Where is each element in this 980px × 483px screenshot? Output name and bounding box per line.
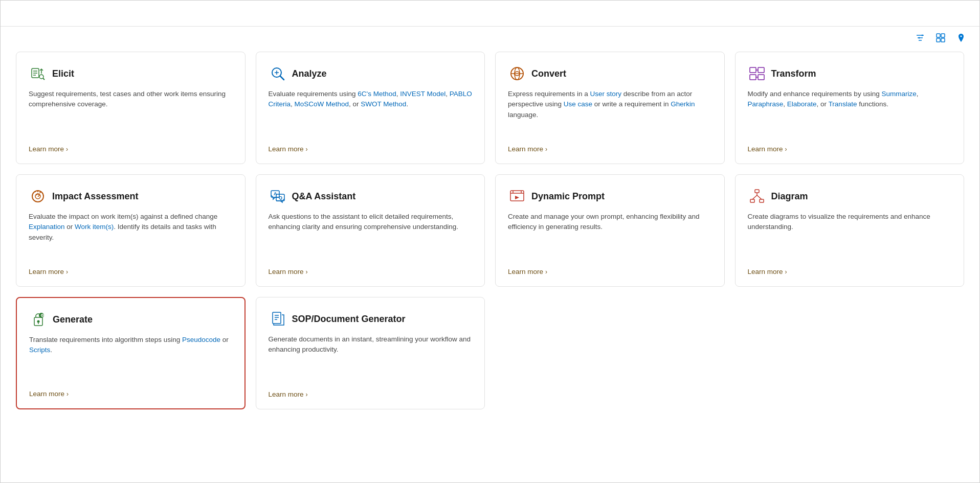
learn-more-button-diagram[interactable]: Learn more › (748, 268, 787, 275)
svg-rect-26 (758, 75, 764, 80)
card-icon-sop (269, 310, 287, 328)
card-sop[interactable]: SOP/Document Generator Generate document… (256, 297, 485, 409)
card-icon-convert (508, 64, 526, 83)
card-icon-dynamic (508, 187, 526, 205)
card-footer-impact: Learn more › (29, 267, 233, 276)
learn-more-arrow-qa: › (306, 268, 308, 275)
svg-rect-43 (750, 199, 754, 202)
card-convert[interactable]: Convert Express requirements in a User s… (495, 52, 725, 164)
svg-rect-5 (937, 34, 940, 37)
svg-point-13 (39, 75, 43, 79)
card-icon-qa: A Q (269, 187, 287, 205)
card-dynamic[interactable]: Dynamic Prompt Create and manage your ow… (495, 174, 725, 287)
card-body-sop: Generate documents in an instant, stream… (269, 334, 473, 380)
card-title-analyze: Analyze (292, 68, 327, 79)
svg-text:Q: Q (279, 195, 282, 200)
card-diagram[interactable]: Diagram Create diagrams to visualize the… (735, 174, 965, 287)
card-header-dynamic: Dynamic Prompt (508, 187, 712, 205)
card-icon-impact (29, 187, 47, 205)
svg-point-3 (922, 35, 923, 36)
card-title-elicit: Elicit (52, 68, 74, 79)
learn-more-arrow-impact: › (66, 268, 68, 275)
svg-line-46 (752, 195, 757, 199)
card-footer-elicit: Learn more › (29, 144, 233, 153)
card-generate[interactable]: ⚙ Generate Translate requirements into a… (16, 297, 246, 409)
svg-rect-23 (750, 67, 756, 73)
card-header-convert: Convert (508, 64, 712, 83)
svg-rect-53 (273, 312, 281, 324)
svg-rect-7 (937, 38, 940, 42)
card-header-generate: ⚙ Generate (29, 310, 232, 329)
svg-text:⚙: ⚙ (40, 313, 44, 318)
titlebar-controls (948, 6, 971, 22)
card-icon-transform (748, 64, 766, 83)
card-footer-transform: Learn more › (748, 144, 952, 153)
card-transform[interactable]: Transform Modify and enhance requirement… (735, 52, 965, 164)
learn-more-button-sop[interactable]: Learn more › (269, 390, 308, 398)
card-header-diagram: Diagram (748, 187, 952, 205)
svg-rect-24 (758, 67, 764, 73)
card-body-impact: Evaluate the impact on work item(s) agai… (29, 212, 233, 258)
card-icon-analyze (269, 64, 287, 83)
learn-more-button-dynamic[interactable]: Learn more › (508, 268, 547, 275)
learn-more-arrow-generate: › (66, 390, 69, 398)
card-icon-elicit (29, 64, 47, 83)
toolbar (1, 27, 979, 52)
card-title-transform: Transform (771, 68, 816, 79)
card-body-transform: Modify and enhance requirements by using… (748, 89, 952, 135)
learn-more-button-transform[interactable]: Learn more › (748, 145, 787, 153)
svg-rect-42 (755, 190, 759, 193)
card-impact[interactable]: Impact Assessment Evaluate the impact on… (16, 174, 246, 287)
card-footer-sop: Learn more › (269, 389, 473, 399)
svg-text:A: A (274, 191, 277, 196)
learn-more-button-generate[interactable]: Learn more › (29, 390, 69, 398)
card-header-elicit: Elicit (29, 64, 233, 83)
cards-container: Elicit Suggest requirements, test cases … (1, 52, 979, 425)
card-title-impact: Impact Assessment (52, 191, 138, 202)
learn-more-button-convert[interactable]: Learn more › (508, 145, 547, 153)
svg-rect-44 (760, 199, 764, 202)
card-analyze[interactable]: Analyze Evaluate requirements using 6C's… (256, 52, 485, 164)
card-header-analyze: Analyze (269, 64, 473, 83)
card-icon-generate: ⚙ (29, 310, 48, 329)
card-body-diagram: Create diagrams to visualize the require… (748, 212, 952, 258)
titlebar (1, 1, 979, 27)
learn-more-arrow-convert: › (545, 146, 547, 153)
card-footer-analyze: Learn more › (269, 144, 473, 153)
learn-more-arrow-analyze: › (306, 146, 308, 153)
svg-point-4 (919, 37, 920, 39)
learn-more-arrow-dynamic: › (545, 268, 547, 275)
card-footer-dynamic: Learn more › (508, 267, 712, 276)
card-title-generate: Generate (53, 314, 93, 325)
card-body-elicit: Suggest requirements, test cases and oth… (29, 89, 233, 135)
card-body-qa: Ask questions to the assistant to elicit… (269, 212, 473, 258)
card-elicit[interactable]: Elicit Suggest requirements, test cases … (16, 52, 246, 164)
card-title-convert: Convert (531, 68, 566, 79)
close-button[interactable] (948, 6, 971, 22)
filter-icon[interactable] (912, 31, 928, 48)
settings-icon[interactable] (932, 31, 949, 48)
learn-more-arrow-diagram: › (785, 268, 787, 275)
card-body-dynamic: Create and manage your own prompt, enhan… (508, 212, 712, 258)
svg-rect-37 (510, 191, 524, 201)
svg-rect-6 (941, 34, 945, 37)
card-body-analyze: Evaluate requirements using 6C's Method,… (269, 89, 473, 135)
svg-line-17 (280, 76, 284, 80)
card-qa[interactable]: A Q Q&A Assistant Ask questions to the a… (256, 174, 485, 287)
learn-more-arrow-transform: › (785, 146, 787, 153)
learn-more-button-impact[interactable]: Learn more › (29, 268, 68, 275)
svg-rect-8 (941, 38, 945, 42)
card-title-qa: Q&A Assistant (292, 191, 356, 202)
learn-more-arrow-elicit: › (66, 146, 68, 153)
card-footer-generate: Learn more › (29, 389, 232, 398)
svg-line-47 (757, 195, 762, 199)
location-icon[interactable] (953, 31, 969, 48)
card-icon-diagram (748, 187, 766, 205)
learn-more-button-elicit[interactable]: Learn more › (29, 145, 68, 153)
svg-rect-25 (750, 75, 756, 80)
learn-more-button-qa[interactable]: Learn more › (269, 268, 308, 275)
card-body-generate: Translate requirements into algorithm st… (29, 335, 232, 380)
card-header-impact: Impact Assessment (29, 187, 233, 205)
card-body-convert: Express requirements in a User story des… (508, 89, 712, 135)
learn-more-button-analyze[interactable]: Learn more › (269, 145, 308, 153)
